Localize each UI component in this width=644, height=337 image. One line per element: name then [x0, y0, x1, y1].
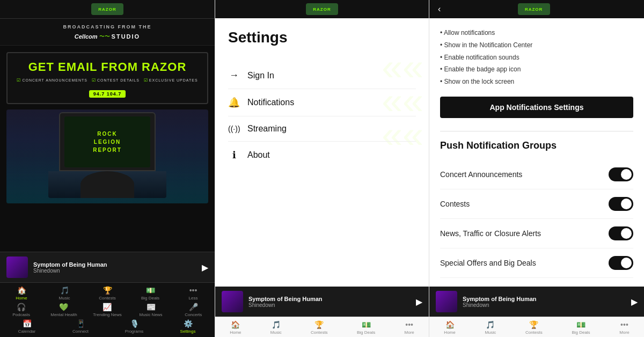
connect-label: Connect: [72, 329, 89, 334]
nav-row-2: 🎧 Podcasts 💚 Mental Health 📈 Trending Ne…: [0, 303, 215, 317]
mid-top-bar: RAZOR: [215, 0, 429, 18]
notifications-icon: 🔔: [228, 97, 240, 108]
check-icon-3: ☑: [144, 78, 148, 83]
promo-subtitle: ☑ CONCERT ANNOUNCEMENTS ☑ CONTEST DETAIL…: [13, 78, 202, 83]
nav-less[interactable]: ••• Less: [180, 286, 207, 301]
about-icon: ℹ: [228, 149, 240, 161]
nav-settings[interactable]: ⚙️ Settings: [174, 319, 201, 334]
settings-streaming[interactable]: ((·)) Streaming: [228, 116, 416, 142]
nav-programs[interactable]: 🎙️ Programs: [121, 319, 148, 334]
cellcom-studio: Cellcom 〜〜 STUDIO: [75, 33, 140, 40]
right-nav-music[interactable]: 🎵 Music: [485, 320, 496, 335]
right-content: Allow notifications Show in the Notifica…: [429, 18, 644, 287]
nav-connect[interactable]: 📱 Connect: [67, 319, 94, 334]
programs-label: Programs: [125, 329, 144, 334]
left-top-bar: RAZOR: [0, 0, 215, 19]
settings-notifications[interactable]: 🔔 Notifications: [228, 89, 416, 116]
nav-big-deals[interactable]: 💵 Big Deals: [137, 286, 164, 301]
trending-icon: 📈: [103, 303, 112, 311]
mid-contests-label: Contests: [311, 330, 328, 335]
push-news-toggle[interactable]: [609, 226, 633, 240]
push-contests-toggle[interactable]: [609, 197, 633, 211]
nav-mental-health[interactable]: 💚 Mental Health: [50, 303, 77, 317]
nav-row-1: 🏠 Home 🎵 Music 🏆 Contests 💵 Big Deals ••…: [0, 286, 215, 301]
nav-row-3: 📅 Calendar 📱 Connect 🎙️ Programs ⚙️ Sett…: [0, 319, 215, 334]
push-group-offers: Special Offers and Big Deals: [440, 248, 633, 278]
mid-home-label: Home: [230, 330, 241, 335]
right-more-icon: •••: [620, 320, 628, 329]
nav-music-news[interactable]: 📰 Music News: [137, 303, 164, 317]
nav-podcasts[interactable]: 🎧 Podcasts: [8, 303, 35, 317]
app-notifications-settings-button[interactable]: App Notifications Settings: [440, 97, 633, 118]
mid-more-icon: •••: [405, 320, 413, 329]
concerts-icon: 🎤: [189, 303, 198, 311]
right-nav-contests[interactable]: 🏆 Contests: [525, 320, 543, 335]
nav-home[interactable]: 🏠 Home: [8, 286, 35, 301]
push-concerts-toggle[interactable]: [609, 167, 633, 181]
play-button-left[interactable]: ▶: [202, 262, 208, 273]
right-music-icon: 🎵: [486, 320, 495, 329]
settings-menu: → Sign In 🔔 Notifications ((·)) Streamin…: [228, 62, 416, 169]
promo-sub-1: ☑ CONCERT ANNOUNCEMENTS: [17, 78, 87, 83]
push-group-contests: Contests: [440, 189, 633, 219]
nav-calendar[interactable]: 📅 Calendar: [13, 319, 40, 334]
back-button[interactable]: ‹: [438, 4, 441, 14]
music-news-label: Music News: [139, 312, 162, 317]
mental-health-label: Mental Health: [50, 312, 77, 317]
right-app-logo: RAZOR: [518, 3, 550, 15]
bottom-nav-left: 🏠 Home 🎵 Music 🏆 Contests 💵 Big Deals ••…: [0, 282, 215, 337]
push-group-concerts: Concert Announcements: [440, 160, 633, 189]
sign-in-icon: →: [228, 70, 240, 81]
mid-play-button[interactable]: ▶: [416, 297, 422, 307]
mid-nav-music[interactable]: 🎵 Music: [270, 320, 282, 335]
wave-icon: 〜〜: [99, 33, 110, 40]
mid-nav-more[interactable]: ••• More: [405, 320, 414, 335]
push-group-news: News, Traffic or Closure Alerts: [440, 219, 633, 248]
laptop-image: ROCK LEGION REPORT: [6, 109, 208, 203]
contests-icon: 🏆: [103, 286, 112, 295]
podcasts-label: Podcasts: [12, 312, 30, 317]
nav-contests[interactable]: 🏆 Contests: [94, 286, 121, 301]
now-playing-bar-left: Symptom of Being Human Shinedown ▶: [0, 252, 215, 282]
music-icon: 🎵: [60, 286, 69, 295]
album-art-left: [6, 257, 28, 278]
trending-label: Trending News: [93, 312, 122, 317]
track-name-left: Symptom of Being Human: [33, 261, 196, 268]
right-top-bar: ‹ RAZOR: [429, 0, 644, 18]
programs-icon: 🎙️: [130, 319, 139, 328]
settings-sign-in[interactable]: → Sign In: [228, 62, 416, 89]
mid-more-label: More: [405, 330, 414, 335]
right-nav-big-deals[interactable]: 💵 Big Deals: [572, 320, 590, 335]
notif-item-5: Show on the lock screen: [440, 76, 633, 88]
station-badge: 94.7 104.7: [89, 90, 126, 98]
right-track-info: Symptom of Being Human Shinedown: [463, 296, 626, 308]
mid-nav-home[interactable]: 🏠 Home: [230, 320, 241, 335]
divider: [440, 131, 633, 131]
mid-nav-big-deals[interactable]: 💵 Big Deals: [357, 320, 375, 335]
middle-panel: RAZOR «««««« Settings → Sign In 🔔 Notifi…: [215, 0, 429, 337]
right-play-button[interactable]: ▶: [631, 297, 638, 307]
right-nav-home[interactable]: 🏠 Home: [444, 320, 455, 335]
push-concerts-label: Concert Announcements: [440, 170, 522, 179]
right-artist-name: Shinedown: [463, 302, 626, 308]
artist-name-left: Shinedown: [33, 268, 196, 274]
notif-item-2: Show in the Notification Center: [440, 39, 633, 52]
right-album-art: [436, 291, 457, 312]
big-deals-icon: 💵: [146, 286, 155, 295]
settings-about[interactable]: ℹ About: [228, 142, 416, 169]
notif-item-1: Allow notifications: [440, 27, 633, 39]
nav-music[interactable]: 🎵 Music: [51, 286, 78, 301]
mid-app-logo: RAZOR: [306, 3, 338, 15]
right-track-name: Symptom of Being Human: [463, 296, 626, 302]
mental-health-icon: 💚: [59, 303, 68, 311]
nav-trending[interactable]: 📈 Trending News: [93, 303, 122, 317]
promo-area: GET EMAIL FROM RAZOR ☑ CONCERT ANNOUNCEM…: [0, 46, 215, 252]
mid-album-art: [222, 291, 243, 312]
promo-sub-3: ☑ EXCLUSIVE UPDATES: [144, 78, 198, 83]
push-offers-toggle[interactable]: [609, 256, 633, 270]
right-nav-more[interactable]: ••• More: [619, 320, 629, 335]
mid-artist-name: Shinedown: [248, 302, 411, 308]
mid-nav-contests[interactable]: 🏆 Contests: [311, 320, 328, 335]
nav-concerts[interactable]: 🎤 Concerts: [180, 303, 207, 317]
mid-track-info: Symptom of Being Human Shinedown: [248, 296, 411, 308]
